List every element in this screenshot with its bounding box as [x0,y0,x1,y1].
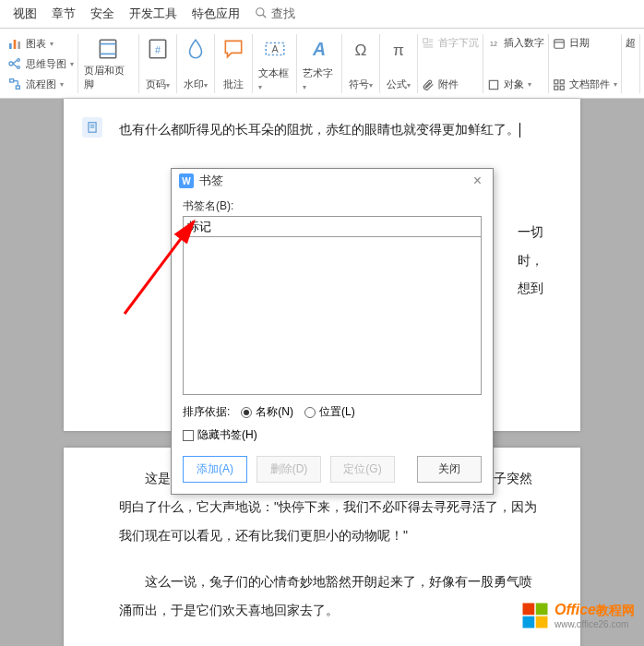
sort-name-radio[interactable]: 名称(N) [241,404,293,420]
svg-rect-31 [555,39,565,47]
page-number-button[interactable]: # 页码▾ [139,34,177,93]
header-footer-button[interactable]: 页眉和页脚 [78,34,139,93]
svg-rect-34 [560,79,564,83]
docparts-button[interactable]: 文档部件▾ [553,78,617,91]
mindmap-button[interactable]: 思维导图▾ [7,56,74,71]
header-footer-icon [95,36,121,62]
svg-text:12: 12 [490,40,497,46]
svg-rect-30 [489,80,497,89]
textbox-icon: A [262,36,288,62]
svg-rect-24 [423,38,428,42]
doc-paragraph[interactable]: 这么一说，兔子们的心情奇妙地豁然开朗起来了，好像有一股勇气喷涌而出，于是它们欢天… [119,568,543,625]
svg-rect-42 [536,604,548,616]
svg-rect-11 [16,86,19,89]
sort-label: 排序依据: [183,404,230,420]
svg-rect-2 [9,43,12,49]
svg-line-1 [263,14,267,18]
close-button[interactable]: 关闭 [417,456,482,483]
watermark-button[interactable]: 水印▾ [177,34,215,93]
svg-point-0 [256,7,264,15]
svg-text:#: # [155,44,161,55]
formula-button[interactable]: π 公式▾ [380,34,418,93]
comment-icon [221,36,246,62]
symbol-icon: Ω [348,36,374,62]
text-cursor [519,123,520,138]
hide-bookmark-checkbox[interactable]: 隐藏书签(H) [183,427,257,443]
bookmark-dialog: W 书签 × 书签名(B): 排序依据: 名称(N) 位置(L) 隐藏书签(H) [171,168,494,495]
dropcap-button[interactable]: 首字下沉 [422,36,479,50]
bookmark-listbox[interactable] [183,236,482,395]
section-icon[interactable] [82,117,102,138]
watermark-logo: Office教程网 www.office26.com [521,602,635,629]
menu-bar: 视图 章节 安全 开发工具 特色应用 查找 [0,0,644,29]
menu-chapter[interactable]: 章节 [52,6,76,22]
wordart-button[interactable]: A 艺术字▾ [297,34,342,93]
object-button[interactable]: 对象▾ [487,78,531,91]
svg-rect-43 [522,616,534,628]
textbox-button[interactable]: A 文本框▾ [253,34,298,93]
ribbon-toolbar: 图表▾ 思维导图▾ 流程图▾ 页眉和页脚 # 页码▾ 水印▾ 批注 [0,29,644,99]
svg-text:A: A [312,39,326,59]
svg-rect-44 [536,616,548,628]
search-label: 查找 [271,6,295,22]
office-logo-icon [521,602,549,629]
svg-rect-4 [18,42,20,49]
svg-point-5 [9,62,13,66]
more-button[interactable]: 超 [626,36,636,50]
formula-icon: π [386,36,411,62]
wordart-icon: A [306,36,332,62]
insert-number-button[interactable]: 12 插入数字 [487,36,544,50]
doc-paragraph[interactable]: 也有什么都听得见的长耳朵的阻扰，赤红的眼睛也就变得更加鲜红了。 [119,115,543,144]
svg-rect-35 [555,86,558,90]
attachment-button[interactable]: 附件 [422,78,459,91]
goto-button: 定位(G) [330,456,395,483]
svg-rect-41 [522,604,534,616]
flowchart-button[interactable]: 流程图▾ [7,77,64,91]
close-icon[interactable]: × [470,173,485,189]
svg-rect-14 [101,40,116,58]
comment-button[interactable]: 批注 [215,34,253,93]
svg-point-6 [18,59,20,62]
svg-text:Ω: Ω [355,41,367,59]
search-icon [255,6,268,22]
menu-security[interactable]: 安全 [90,6,114,22]
svg-rect-10 [10,79,14,82]
menu-special[interactable]: 特色应用 [192,6,240,22]
bookmark-name-label: 书签名(B): [183,198,482,214]
dialog-title-text: 书签 [199,173,223,189]
symbol-button[interactable]: Ω 符号▾ [342,34,380,93]
svg-line-8 [13,60,18,64]
watermark-icon [183,36,209,62]
menu-view[interactable]: 视图 [13,6,37,22]
add-button[interactable]: 添加(A) [183,456,247,483]
svg-rect-3 [14,40,17,49]
wps-logo-icon: W [179,173,194,188]
svg-line-9 [13,64,18,67]
sort-location-radio[interactable]: 位置(L) [304,404,355,420]
delete-button: 删除(D) [256,456,321,483]
chart-button[interactable]: 图表▾ [7,36,54,51]
menu-devtools[interactable]: 开发工具 [129,6,177,22]
date-button[interactable]: 日期 [553,36,590,50]
page-number-icon: # [145,36,171,62]
search-button[interactable]: 查找 [255,6,295,22]
bookmark-name-input[interactable] [183,216,482,237]
dialog-titlebar[interactable]: W 书签 × [172,169,493,193]
svg-rect-33 [555,79,558,83]
svg-text:π: π [393,41,404,59]
svg-rect-36 [560,86,564,90]
svg-point-7 [18,66,20,69]
svg-text:A: A [271,43,279,54]
